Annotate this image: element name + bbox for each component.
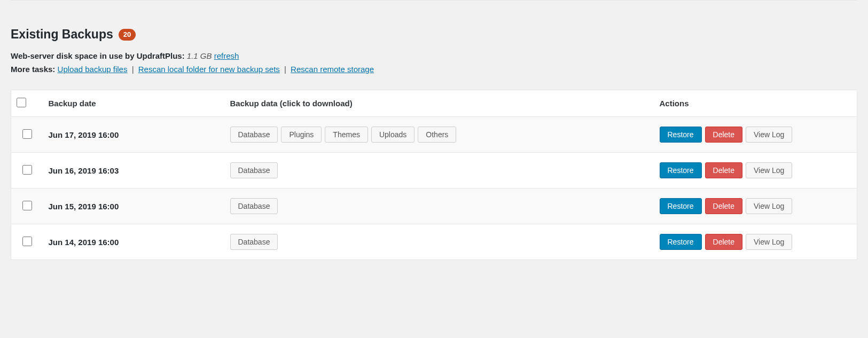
more-tasks-line: More tasks: Upload backup files | Rescan…	[11, 65, 857, 74]
rescan-remote-link[interactable]: Rescan remote storage	[291, 65, 374, 74]
row-actions-cell: RestoreDeleteView Log	[654, 153, 857, 188]
view-log-button[interactable]: View Log	[746, 198, 792, 214]
row-data-cell: Database	[225, 188, 654, 224]
database-download-button[interactable]: Database	[230, 198, 278, 214]
view-log-button[interactable]: View Log	[746, 234, 792, 250]
backups-table: Backup date Backup data (click to downlo…	[11, 90, 857, 260]
themes-download-button[interactable]: Themes	[325, 127, 368, 143]
table-row: Jun 14, 2019 16:00DatabaseRestoreDeleteV…	[11, 224, 857, 260]
table-row: Jun 16, 2019 16:03DatabaseRestoreDeleteV…	[11, 153, 857, 188]
row-date-cell: Jun 16, 2019 16:03	[43, 153, 225, 188]
disk-space-value: 1.1 GB	[187, 51, 212, 60]
backup-date: Jun 14, 2019 16:00	[49, 238, 119, 247]
more-tasks-label: More tasks:	[11, 65, 55, 74]
restore-button[interactable]: Restore	[660, 234, 702, 250]
backup-count-badge: 20	[119, 29, 136, 41]
row-checkbox[interactable]	[22, 165, 32, 175]
refresh-link[interactable]: refresh	[214, 51, 239, 60]
actions-column-header: Actions	[654, 90, 857, 117]
row-check-cell	[11, 224, 43, 260]
delete-button[interactable]: Delete	[705, 127, 742, 143]
table-header-row: Backup date Backup data (click to downlo…	[11, 90, 857, 117]
backup-date: Jun 17, 2019 16:00	[49, 130, 119, 139]
database-download-button[interactable]: Database	[230, 234, 278, 250]
delete-button[interactable]: Delete	[705, 234, 742, 250]
row-check-cell	[11, 153, 43, 188]
separator: |	[130, 65, 136, 74]
row-data-cell: Database	[225, 224, 654, 260]
page-title: Existing Backups 20	[11, 27, 857, 42]
view-log-button[interactable]: View Log	[746, 162, 792, 178]
database-download-button[interactable]: Database	[230, 162, 278, 178]
row-actions-cell: RestoreDeleteView Log	[654, 224, 857, 260]
row-data-cell: Database	[225, 153, 654, 188]
view-log-button[interactable]: View Log	[746, 127, 792, 143]
restore-button[interactable]: Restore	[660, 162, 702, 178]
row-actions-cell: RestoreDeleteView Log	[654, 188, 857, 224]
row-check-cell	[11, 188, 43, 224]
row-check-cell	[11, 117, 43, 153]
row-checkbox[interactable]	[22, 129, 32, 139]
data-column-header: Backup data (click to download)	[225, 90, 654, 117]
separator: |	[282, 65, 288, 74]
table-row: Jun 15, 2019 16:00DatabaseRestoreDeleteV…	[11, 188, 857, 224]
rescan-local-link[interactable]: Rescan local folder for new backup sets	[138, 65, 280, 74]
database-download-button[interactable]: Database	[230, 127, 278, 143]
others-download-button[interactable]: Others	[418, 127, 456, 143]
disk-space-label: Web-server disk space in use by UpdraftP…	[11, 51, 185, 60]
row-data-cell: DatabasePluginsThemesUploadsOthers	[225, 117, 654, 153]
uploads-download-button[interactable]: Uploads	[371, 127, 415, 143]
restore-button[interactable]: Restore	[660, 198, 702, 214]
select-all-checkbox[interactable]	[17, 98, 26, 107]
disk-space-info: Web-server disk space in use by UpdraftP…	[11, 51, 857, 60]
delete-button[interactable]: Delete	[705, 198, 742, 214]
delete-button[interactable]: Delete	[705, 162, 742, 178]
table-row: Jun 17, 2019 16:00DatabasePluginsThemesU…	[11, 117, 857, 153]
backup-date: Jun 16, 2019 16:03	[49, 166, 119, 175]
backup-date: Jun 15, 2019 16:00	[49, 202, 119, 211]
restore-button[interactable]: Restore	[660, 127, 702, 143]
row-checkbox[interactable]	[22, 237, 32, 246]
plugins-download-button[interactable]: Plugins	[281, 127, 322, 143]
row-date-cell: Jun 17, 2019 16:00	[43, 117, 225, 153]
page-title-text: Existing Backups	[11, 27, 113, 42]
row-date-cell: Jun 14, 2019 16:00	[43, 224, 225, 260]
date-column-header: Backup date	[43, 90, 225, 117]
row-date-cell: Jun 15, 2019 16:00	[43, 188, 225, 224]
select-all-header	[11, 90, 43, 117]
upload-backup-link[interactable]: Upload backup files	[58, 65, 128, 74]
row-actions-cell: RestoreDeleteView Log	[654, 117, 857, 153]
row-checkbox[interactable]	[22, 201, 32, 210]
